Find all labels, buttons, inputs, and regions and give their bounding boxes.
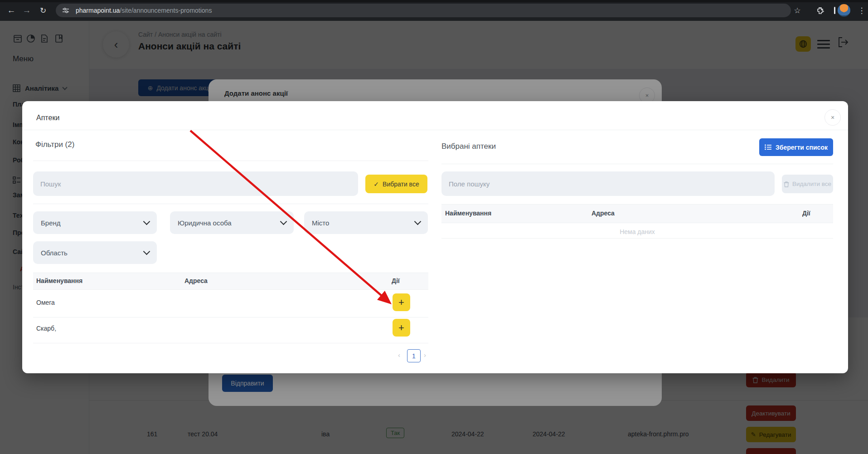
- pagination-page-1[interactable]: 1: [407, 349, 421, 362]
- list-icon: [765, 144, 771, 150]
- selected-divider: [441, 164, 833, 164]
- filter-table-header: Найменування Адреса Дії: [33, 273, 428, 290]
- column-address: Адреса: [184, 277, 208, 284]
- delete-all-button[interactable]: Видалити все: [782, 175, 833, 193]
- modal-title: Аптеки: [36, 114, 59, 122]
- dropdown-label: Юридична особа: [178, 219, 232, 227]
- row-divider: [33, 343, 428, 343]
- selected-search-input[interactable]: [441, 171, 775, 196]
- toolbar-separator: [834, 7, 835, 14]
- browser-menu-icon[interactable]: ⋮: [854, 0, 868, 21]
- window-top-strip: [0, 0, 868, 2]
- column-actions: Дії: [392, 277, 400, 284]
- add-pharmacy-button[interactable]: +: [393, 293, 410, 311]
- trash-icon: [784, 181, 789, 187]
- select-all-button[interactable]: ✓ Вибрати все: [365, 175, 427, 193]
- search-input[interactable]: [33, 171, 358, 196]
- modal-close-button[interactable]: ×: [824, 109, 841, 126]
- delete-all-label: Видалити все: [792, 181, 831, 187]
- bookmark-star-icon[interactable]: ☆: [790, 0, 805, 21]
- dropdown-label: Область: [41, 249, 68, 257]
- url-host: pharmapoint.ua: [76, 7, 120, 14]
- column-name: Найменування: [445, 210, 491, 217]
- page-number: 1: [412, 352, 416, 360]
- selected-table-header: Найменування Адреса Дії: [441, 204, 833, 223]
- column-address: Адреса: [592, 210, 615, 217]
- browser-toolbar: ← → ↻ pharmapoint.ua/site/announcements-…: [0, 0, 868, 21]
- browser-reload-icon[interactable]: ↻: [35, 0, 51, 21]
- filters-title: Фільтри (2): [35, 140, 74, 149]
- profile-avatar[interactable]: [838, 4, 850, 17]
- dropdown-label: Місто: [312, 219, 329, 227]
- select-all-label: Вибрати все: [383, 181, 419, 188]
- address-bar[interactable]: pharmapoint.ua/site/announcements-promot…: [56, 4, 791, 17]
- extensions-icon[interactable]: [812, 0, 828, 21]
- dropdown-label: Бренд: [41, 219, 61, 227]
- chevron-down-icon: [143, 218, 150, 225]
- save-list-label: Зберегти список: [776, 144, 828, 151]
- modal-divider: [22, 130, 848, 130]
- chevron-down-icon: [143, 248, 150, 255]
- filters-divider-2: [33, 204, 428, 204]
- browser-back-icon[interactable]: ←: [4, 0, 19, 21]
- site-info-icon[interactable]: [62, 7, 69, 14]
- check-icon: ✓: [373, 181, 379, 188]
- pharmacies-modal: Аптеки × Фільтри (2) ✓ Вибрати все Бренд…: [22, 101, 848, 373]
- empty-row-divider: [441, 238, 833, 239]
- browser-forward-icon[interactable]: →: [19, 0, 34, 21]
- column-name: Найменування: [36, 277, 82, 284]
- pharmacy-row-name: Омега: [36, 299, 55, 306]
- chevron-down-icon: [414, 218, 422, 225]
- row-divider: [33, 317, 428, 317]
- screen: ← → ↻ pharmapoint.ua/site/announcements-…: [0, 0, 868, 454]
- selected-title: Вибрані аптеки: [441, 142, 496, 151]
- plus-icon: +: [398, 297, 404, 308]
- pagination-next[interactable]: ›: [424, 351, 426, 359]
- pagination-prev[interactable]: ‹: [398, 351, 400, 359]
- empty-state-text: Нема даних: [441, 228, 833, 235]
- brand-dropdown[interactable]: Бренд: [33, 211, 157, 234]
- close-icon: ×: [831, 114, 834, 121]
- filters-divider: [33, 161, 428, 161]
- url-path: /site/announcements-promotions: [120, 7, 212, 14]
- app-viewport: Меню Аналітика Пла Імп Кон Роб Зам Тех П…: [0, 21, 868, 454]
- plus-icon: +: [398, 322, 404, 334]
- region-dropdown[interactable]: Область: [33, 241, 157, 264]
- legal-entity-dropdown[interactable]: Юридична особа: [170, 211, 294, 234]
- city-dropdown[interactable]: Місто: [304, 211, 428, 234]
- save-list-button[interactable]: Зберегти список: [759, 138, 833, 156]
- add-pharmacy-button[interactable]: +: [393, 319, 410, 337]
- column-actions: Дії: [802, 210, 810, 217]
- chevron-down-icon: [280, 218, 287, 225]
- pharmacy-row-name: Скарб,: [36, 325, 56, 332]
